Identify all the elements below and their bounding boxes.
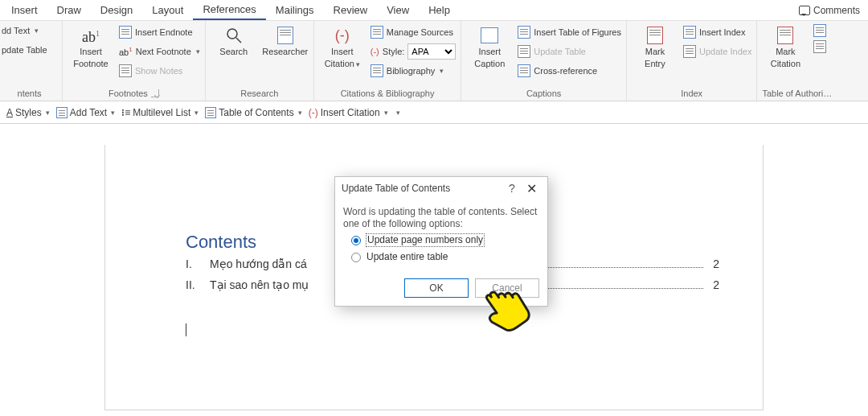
qa-more[interactable]: ▾ <box>395 109 400 117</box>
comments-button[interactable]: Comments <box>791 3 868 18</box>
option-entire-table[interactable]: Update entire table <box>351 250 539 264</box>
svg-line-1 <box>236 38 241 43</box>
option-page-numbers[interactable]: Update page numbers only <box>351 233 539 247</box>
dialog-close-button[interactable]: ✕ <box>522 181 541 196</box>
citation-style-select[interactable]: (-) Style: APA <box>371 43 457 60</box>
group-label-research: Research <box>211 86 309 101</box>
insert-citation-button[interactable]: (-) Insert Citation▾ <box>319 23 366 70</box>
group-label-captions: Captions <box>466 86 621 101</box>
dialog-title: Update Table of Contents <box>342 183 502 194</box>
tab-references[interactable]: References <box>193 0 265 20</box>
radio-icon <box>351 236 361 245</box>
style-dropdown[interactable]: APA <box>407 43 456 60</box>
update-index-icon <box>683 45 696 58</box>
group-label-contents: ntents <box>2 86 57 101</box>
update-index-button[interactable]: Update Index <box>683 43 751 60</box>
tab-design[interactable]: Design <box>91 1 142 19</box>
qa-multilevel[interactable]: ⁝≡Multilevel List▾ <box>121 107 199 118</box>
insert-table-of-figures-button[interactable]: Insert Table of Figures <box>518 24 621 40</box>
group-label-footnotes: Footnotes <box>68 86 200 101</box>
update-tof-icon <box>518 45 530 58</box>
manage-sources-icon <box>371 26 383 39</box>
qa-add-text[interactable]: Add Text▾ <box>56 107 115 118</box>
search-icon <box>224 26 244 45</box>
dialog-ok-button[interactable]: OK <box>404 278 469 298</box>
endnote-icon <box>119 26 132 39</box>
tab-mailings[interactable]: Mailings <box>266 1 324 19</box>
text-cursor <box>186 323 186 336</box>
tab-help[interactable]: Help <box>419 1 460 19</box>
cross-reference-button[interactable]: Cross-reference <box>518 63 621 79</box>
insert-footnote-button[interactable]: ab1 Insert Footnote <box>68 23 114 69</box>
group-label-index: Index <box>632 86 751 101</box>
footnotes-dialog-launcher[interactable] <box>151 89 159 97</box>
radio-icon <box>351 253 361 262</box>
search-button[interactable]: Search <box>211 23 257 57</box>
mark-citation-button[interactable]: Mark Citation <box>762 23 809 69</box>
comments-label: Comments <box>813 5 860 16</box>
insert-index-button[interactable]: Insert Index <box>683 24 751 40</box>
researcher-button[interactable]: Researcher <box>262 23 309 57</box>
qa-insert-citation[interactable]: (-)Insert Citation▾ <box>309 107 388 118</box>
leader-dots <box>538 260 703 268</box>
update-table-button[interactable]: pdate Table <box>2 42 47 58</box>
insert-toa-icon[interactable] <box>813 24 826 37</box>
leader-dots <box>538 281 704 289</box>
update-toa-icon[interactable] <box>813 40 826 53</box>
ribbon: dd Text▾ pdate Table ntents ab1 Insert F… <box>0 21 868 101</box>
next-footnote-button[interactable]: ab1 Next Footnote▾ <box>119 43 200 60</box>
quick-access-toolbar: AStyles▾ Add Text▾ ⁝≡Multilevel List▾ Ta… <box>0 101 868 124</box>
tab-layout[interactable]: Layout <box>142 1 193 19</box>
dialog-message: Word is updating the table of contents. … <box>343 206 539 230</box>
tab-view[interactable]: View <box>377 1 419 19</box>
manage-sources-button[interactable]: Manage Sources <box>371 24 457 40</box>
qa-toc[interactable]: Table of Contents▾ <box>205 107 301 118</box>
mark-citation-icon <box>777 27 793 44</box>
insert-index-icon <box>683 26 696 39</box>
update-tof-button[interactable]: Update Table <box>518 43 621 60</box>
qa-styles[interactable]: AStyles▾ <box>6 107 50 118</box>
caption-icon <box>481 27 498 43</box>
researcher-icon <box>277 27 293 44</box>
mark-entry-button[interactable]: Mark Entry <box>632 23 678 69</box>
group-label-toa: Table of Authori… <box>762 86 832 101</box>
comment-icon <box>799 6 810 15</box>
mark-entry-icon <box>647 27 663 44</box>
tab-draw[interactable]: Draw <box>47 1 91 19</box>
bibliography-button[interactable]: Bibliography▾ <box>371 63 457 79</box>
show-notes-button[interactable]: Show Notes <box>119 63 200 79</box>
tutorial-cursor-hand-icon <box>474 277 532 335</box>
bibliography-icon <box>371 64 383 77</box>
insert-endnote-button[interactable]: Insert Endnote <box>119 24 200 40</box>
svg-point-0 <box>227 29 237 39</box>
tof-icon <box>518 26 530 39</box>
tab-review[interactable]: Review <box>324 1 378 19</box>
tab-insert[interactable]: Insert <box>2 1 47 19</box>
ribbon-tab-bar: Insert Draw Design Layout References Mai… <box>0 0 868 21</box>
dialog-help-button[interactable]: ? <box>502 182 522 195</box>
crossref-icon <box>518 64 530 77</box>
add-text-button[interactable]: dd Text▾ <box>2 23 47 39</box>
insert-caption-button[interactable]: Insert Caption <box>466 23 513 69</box>
show-notes-icon <box>119 64 132 77</box>
group-label-citations: Citations & Bibliography <box>319 86 457 101</box>
